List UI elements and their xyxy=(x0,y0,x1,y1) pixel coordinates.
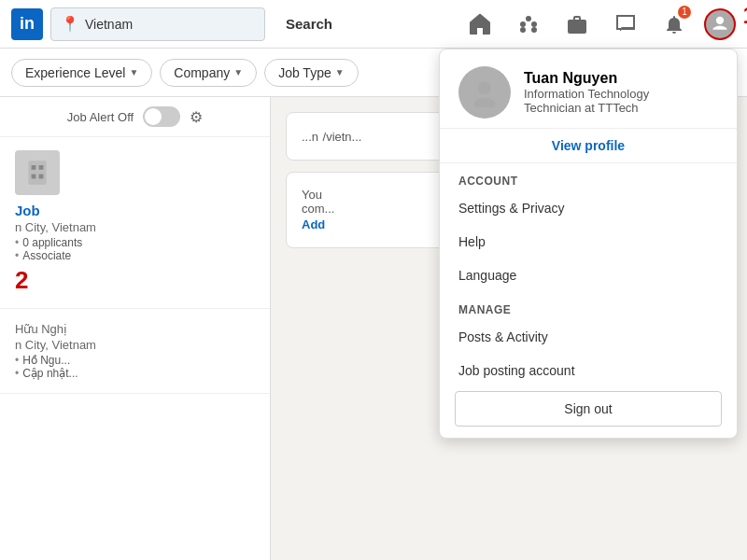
account-section-label: ACCOUNT xyxy=(440,163,737,191)
job-alert-label: Job Alert Off xyxy=(67,110,134,124)
location-text: ...n xyxy=(302,130,318,144)
job-location-2: n City, Vietnam xyxy=(15,338,255,352)
nav-icon-group: 1 1 xyxy=(458,2,736,47)
help-item[interactable]: Help xyxy=(440,225,737,259)
job-bullet2: •Cập nhật... xyxy=(15,367,255,380)
network-icon xyxy=(517,13,540,35)
svg-point-6 xyxy=(474,98,496,107)
location-pin-icon: 📍 xyxy=(61,15,79,33)
dropdown-user-header: Tuan Nguyen Information Technology Techn… xyxy=(440,49,737,129)
notifications-nav-item[interactable]: 1 xyxy=(652,2,697,47)
search-input[interactable] xyxy=(85,17,216,32)
company-label: Company xyxy=(174,65,230,80)
job-type-label: Job Type xyxy=(278,65,331,80)
manage-section-label: MANAGE xyxy=(440,292,737,320)
annotation-1: 1 xyxy=(743,1,747,30)
associate-label: Associate xyxy=(22,249,71,262)
view-profile-link[interactable]: View profile xyxy=(440,129,737,163)
svg-rect-4 xyxy=(39,175,44,179)
profile-avatar-button[interactable] xyxy=(704,8,736,40)
svg-point-5 xyxy=(478,82,491,95)
job-alert-row: Job Alert Off ⚙ xyxy=(0,97,270,137)
annotation-2-wrapper: 2 xyxy=(15,266,255,295)
home-icon xyxy=(469,13,491,35)
job-name-2: Hữu Nghị xyxy=(15,322,255,336)
avatar-icon xyxy=(470,77,500,107)
home-nav-item[interactable] xyxy=(458,2,502,47)
dropdown-user-name: Tuan Nguyen xyxy=(524,70,649,87)
svg-rect-0 xyxy=(28,161,46,185)
sign-out-button[interactable]: Sign out xyxy=(455,391,722,427)
location-text-2: /vietn... xyxy=(323,130,362,144)
building-icon xyxy=(22,158,52,188)
company-filter[interactable]: Company ▼ xyxy=(160,59,257,87)
posts-activity-item[interactable]: Posts & Activity xyxy=(440,320,737,354)
job-applicants-1: •0 applicants xyxy=(15,236,255,249)
experience-level-filter[interactable]: Experience Level ▼ xyxy=(11,59,152,87)
job-title-1: Job xyxy=(15,203,255,218)
chevron-down-icon: ▼ xyxy=(129,67,138,77)
top-navigation: in 📍 Search 1 1 xyxy=(0,0,747,49)
job-location-1: n City, Vietnam xyxy=(15,220,255,234)
company-logo-1 xyxy=(15,150,60,195)
settings-gear-icon[interactable]: ⚙ xyxy=(190,108,203,126)
profile-dropdown: Tuan Nguyen Information Technology Techn… xyxy=(439,49,738,439)
language-item[interactable]: Language xyxy=(440,259,737,292)
job-card-1[interactable]: Job n City, Vietnam •0 applicants •Assoc… xyxy=(0,137,270,309)
job-card-2[interactable]: Hữu Nghị n City, Vietnam •Hồ Ngu... •Cập… xyxy=(0,309,270,394)
messaging-icon xyxy=(614,13,637,35)
job-type-filter[interactable]: Job Type ▼ xyxy=(264,59,358,87)
user-icon xyxy=(711,15,729,34)
linkedin-logo: in xyxy=(11,8,43,40)
job-level-1: •Associate xyxy=(15,249,255,262)
job-alert-toggle[interactable] xyxy=(143,106,180,127)
search-bar: 📍 xyxy=(50,7,265,41)
chevron-down-icon: ▼ xyxy=(233,67,243,77)
jobs-nav-item[interactable] xyxy=(555,2,599,47)
chevron-down-icon: ▼ xyxy=(335,67,345,77)
job-bullet1: •Hồ Ngu... xyxy=(15,354,255,367)
svg-rect-2 xyxy=(39,165,44,170)
settings-privacy-item[interactable]: Settings & Privacy xyxy=(440,191,737,225)
search-button[interactable]: Search xyxy=(273,7,345,41)
experience-level-label: Experience Level xyxy=(25,65,125,80)
notification-badge: 1 xyxy=(678,6,691,19)
dropdown-avatar xyxy=(458,66,511,119)
jobs-icon xyxy=(566,13,588,35)
svg-rect-1 xyxy=(32,165,36,170)
dropdown-user-subtitle: Technician at TTTech xyxy=(524,101,649,115)
add-link[interactable]: Add xyxy=(302,217,325,231)
job-list-panel: Job Alert Off ⚙ Job n City, Vietnam •0 a… xyxy=(0,97,271,560)
annotation-2: 2 xyxy=(15,266,255,295)
svg-rect-3 xyxy=(32,175,36,179)
messaging-nav-item[interactable] xyxy=(603,2,648,47)
dropdown-user-title: Information Technology xyxy=(524,87,649,101)
dropdown-user-info: Tuan Nguyen Information Technology Techn… xyxy=(524,70,649,115)
network-nav-item[interactable] xyxy=(506,2,551,47)
job-posting-account-item[interactable]: Job posting account xyxy=(440,354,737,387)
profile-menu-wrapper: 1 xyxy=(704,8,736,40)
